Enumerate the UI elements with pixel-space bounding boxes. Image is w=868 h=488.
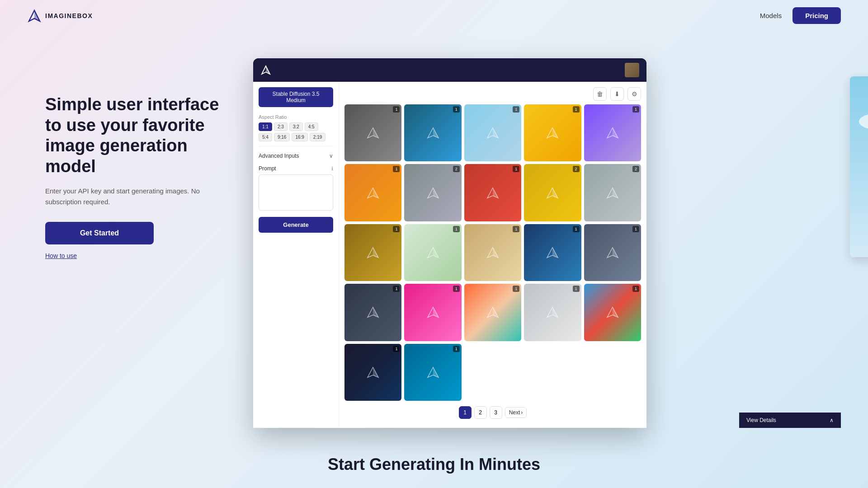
grid-cell[interactable]: 1 bbox=[464, 104, 521, 161]
view-details-chevron-icon: ∧ bbox=[830, 417, 834, 423]
grid-cell[interactable]: 2 bbox=[404, 164, 461, 221]
models-nav-button[interactable]: Models bbox=[760, 12, 782, 19]
next-label: Next bbox=[509, 409, 520, 416]
cell-badge: 1 bbox=[453, 346, 460, 352]
grid-cell[interactable]: 1 bbox=[344, 284, 401, 341]
big-preview-image bbox=[850, 76, 868, 257]
prompt-label-text: Prompt bbox=[259, 165, 276, 172]
grid-cell[interactable]: 1 bbox=[404, 104, 461, 161]
grid-cell[interactable]: 1 bbox=[344, 224, 401, 281]
app-left-panel: Stable Diffusion 3.5 Medium Aspect Ratio… bbox=[253, 82, 339, 428]
download-icon-button[interactable]: ⬇ bbox=[610, 87, 624, 101]
grid-cell[interactable]: 1 bbox=[464, 284, 521, 341]
ar-chip-219[interactable]: 2:19 bbox=[310, 133, 326, 141]
bottom-heading: Start Generating In Minutes bbox=[9, 455, 859, 474]
cell-badge: 1 bbox=[393, 286, 400, 292]
ar-chip-32[interactable]: 3:2 bbox=[289, 122, 303, 131]
aspect-ratio-label: Aspect Ratio bbox=[259, 114, 333, 120]
panel-divider-1 bbox=[259, 146, 333, 146]
cell-badge: 1 bbox=[573, 286, 580, 292]
cell-badge: 1 bbox=[513, 286, 519, 292]
get-started-button[interactable]: Get Started bbox=[45, 222, 154, 244]
grid-cell[interactable]: 1 bbox=[404, 284, 461, 341]
nav-right: Models Pricing bbox=[760, 7, 841, 24]
grid-actions: 🗑 ⬇ ⚙ bbox=[344, 87, 641, 101]
settings-icon-button[interactable]: ⚙ bbox=[627, 87, 641, 101]
ar-chip-916[interactable]: 9:16 bbox=[274, 133, 290, 141]
cell-badge: 1 bbox=[632, 226, 639, 232]
grid-cell[interactable]: 1 bbox=[524, 284, 581, 341]
hero-subtext: Enter your API key and start generating … bbox=[45, 186, 208, 207]
grid-cell[interactable]: 1 bbox=[584, 224, 641, 281]
cell-badge: 1 bbox=[573, 106, 580, 113]
image-grid: 1111112122111111111111 bbox=[344, 104, 641, 401]
cell-badge: 1 bbox=[632, 286, 639, 292]
grid-cell[interactable]: 1 bbox=[584, 284, 641, 341]
hero-heading: Simple user interface to use your favori… bbox=[45, 94, 226, 177]
app-grid-area: 🗑 ⬇ ⚙ 1111112122111111111111 1 bbox=[339, 82, 646, 428]
cell-badge: 2 bbox=[573, 166, 580, 172]
ar-chip-169[interactable]: 16:9 bbox=[292, 133, 307, 141]
logo-icon bbox=[27, 9, 42, 23]
ar-chip-54[interactable]: 5:4 bbox=[259, 133, 272, 141]
logo[interactable]: IMAGINEBOX bbox=[27, 9, 93, 23]
grid-cell[interactable]: 1 bbox=[404, 224, 461, 281]
cell-badge: 1 bbox=[453, 226, 460, 232]
delete-icon-button[interactable]: 🗑 bbox=[593, 87, 607, 101]
cell-badge: 1 bbox=[632, 106, 639, 113]
pagination: 1 2 3 Next › bbox=[344, 406, 641, 419]
advanced-inputs-row[interactable]: Advanced Inputs ∨ bbox=[259, 151, 333, 161]
bottom-section: Start Generating In Minutes bbox=[0, 428, 868, 488]
cell-badge: 1 bbox=[453, 106, 460, 113]
cell-badge: 2 bbox=[453, 166, 460, 172]
prompt-label-row: Prompt ℹ bbox=[259, 165, 333, 172]
app-window: Stable Diffusion 3.5 Medium Aspect Ratio… bbox=[253, 58, 646, 428]
grid-cell[interactable]: 1 bbox=[464, 164, 521, 221]
grid-cell[interactable]: 2 bbox=[584, 164, 641, 221]
next-chevron-icon: › bbox=[521, 409, 523, 416]
cell-badge: 1 bbox=[393, 346, 400, 352]
cell-badge: 1 bbox=[513, 106, 519, 113]
app-user-avatar bbox=[625, 63, 639, 77]
view-details-label: View Details bbox=[746, 417, 776, 423]
grid-cell[interactable]: 1 bbox=[404, 344, 461, 401]
how-to-use-link[interactable]: How to use bbox=[45, 252, 77, 259]
cell-badge: 1 bbox=[513, 226, 519, 232]
big-preview-svg bbox=[850, 76, 868, 257]
grid-cell[interactable]: 1 bbox=[344, 344, 401, 401]
navbar: IMAGINEBOX Models Pricing bbox=[0, 0, 868, 31]
generate-button[interactable]: Generate bbox=[259, 217, 333, 233]
ar-chip-11[interactable]: 1:1 bbox=[259, 122, 272, 131]
grid-cell[interactable]: 1 bbox=[344, 164, 401, 221]
cell-badge: 1 bbox=[393, 166, 400, 172]
grid-cell[interactable]: 2 bbox=[524, 164, 581, 221]
model-selector[interactable]: Stable Diffusion 3.5 Medium bbox=[259, 87, 333, 107]
chevron-down-icon: ∨ bbox=[329, 153, 333, 159]
settings-icon: ⚙ bbox=[632, 90, 637, 98]
page-button-2[interactable]: 2 bbox=[474, 406, 487, 419]
grid-cell[interactable]: 1 bbox=[524, 224, 581, 281]
svg-rect-48 bbox=[850, 76, 868, 257]
aspect-ratio-row: 1:1 2:3 3:2 4:5 5:4 9:16 16:9 2:19 bbox=[259, 122, 333, 141]
grid-cell[interactable]: 1 bbox=[344, 104, 401, 161]
page-next-button[interactable]: Next › bbox=[505, 407, 527, 418]
pricing-nav-button[interactable]: Pricing bbox=[793, 7, 841, 24]
page-button-1[interactable]: 1 bbox=[459, 406, 472, 419]
prompt-textarea[interactable] bbox=[259, 174, 333, 211]
hero-section: Simple user interface to use your favori… bbox=[0, 31, 868, 428]
ar-chip-45[interactable]: 4:5 bbox=[305, 122, 318, 131]
cell-badge: 2 bbox=[632, 166, 639, 172]
delete-icon: 🗑 bbox=[597, 90, 603, 98]
view-details-bar[interactable]: View Details ∧ bbox=[739, 413, 841, 428]
prompt-info-icon: ℹ bbox=[331, 166, 333, 172]
download-icon: ⬇ bbox=[614, 90, 620, 98]
ar-chip-23[interactable]: 2:3 bbox=[274, 122, 288, 131]
grid-cell[interactable]: 1 bbox=[464, 224, 521, 281]
cell-badge: 1 bbox=[393, 106, 400, 113]
cell-badge: 1 bbox=[393, 226, 400, 232]
grid-cell[interactable]: 1 bbox=[524, 104, 581, 161]
page-button-3[interactable]: 3 bbox=[490, 406, 502, 419]
logo-text: IMAGINEBOX bbox=[45, 12, 93, 19]
hero-right: Stable Diffusion 3.5 Medium Aspect Ratio… bbox=[253, 58, 841, 428]
grid-cell[interactable]: 1 bbox=[584, 104, 641, 161]
